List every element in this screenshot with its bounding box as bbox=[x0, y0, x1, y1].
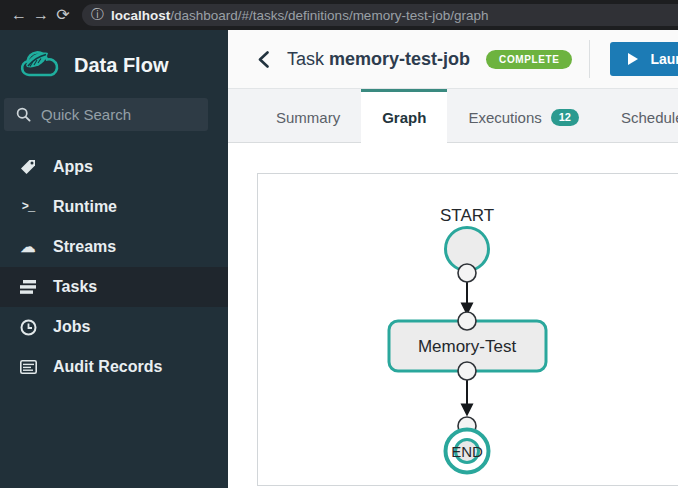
start-node-label: START bbox=[440, 206, 494, 225]
tab-graph[interactable]: Graph bbox=[361, 89, 447, 143]
url-host: localhost bbox=[111, 8, 170, 23]
tab-executions[interactable]: Executions 12 bbox=[447, 89, 600, 142]
task-graph: START Memory-Test bbox=[258, 174, 678, 487]
port-task-in bbox=[458, 312, 476, 330]
address-bar[interactable]: ⓘ localhost/dashboard/#/tasks/definition… bbox=[82, 4, 678, 26]
terminal-icon: >_ bbox=[18, 197, 38, 217]
brand-name: Data Flow bbox=[74, 54, 168, 77]
chevron-left-icon bbox=[258, 51, 269, 68]
launch-button[interactable]: Launch bbox=[610, 42, 678, 76]
clock-icon bbox=[18, 317, 38, 337]
sidebar-item-label: Jobs bbox=[53, 318, 90, 336]
sidebar-item-label: Streams bbox=[53, 238, 116, 256]
header-divider bbox=[589, 40, 590, 78]
tab-label: Summary bbox=[276, 109, 340, 126]
cloud-icon: ☁ bbox=[18, 237, 38, 257]
records-icon bbox=[18, 357, 38, 377]
page-header: Task memory-test-job COMPLETE Launch bbox=[228, 30, 678, 89]
task-name: memory-test-job bbox=[329, 49, 470, 69]
sidebar-item-jobs[interactable]: Jobs bbox=[0, 307, 228, 347]
browser-chrome: ← → ⟳ ⓘ localhost/dashboard/#/tasks/defi… bbox=[0, 0, 678, 30]
quick-search[interactable] bbox=[4, 98, 208, 131]
sidebar-item-label: Runtime bbox=[53, 198, 117, 216]
search-icon bbox=[16, 107, 31, 122]
url-path: /dashboard/#/tasks/definitions/memory-te… bbox=[170, 8, 488, 23]
sidebar-item-apps[interactable]: Apps bbox=[0, 147, 228, 187]
sidebar-item-label: Apps bbox=[53, 158, 93, 176]
arrowhead-icon bbox=[461, 404, 474, 417]
dataflow-logo-icon bbox=[18, 49, 60, 81]
browser-back-icon[interactable]: ← bbox=[8, 0, 30, 30]
sidebar-item-audit-records[interactable]: Audit Records bbox=[0, 347, 228, 387]
title-prefix: Task bbox=[287, 49, 324, 69]
back-button[interactable] bbox=[258, 51, 269, 67]
tab-bar: Summary Graph Executions 12 Schedules bbox=[228, 89, 678, 143]
search-input[interactable] bbox=[41, 106, 191, 123]
executions-count-badge: 12 bbox=[551, 109, 579, 126]
port-task-out bbox=[458, 362, 476, 380]
tab-summary[interactable]: Summary bbox=[255, 89, 361, 142]
sidebar-item-label: Audit Records bbox=[53, 358, 162, 376]
task-node-label: Memory-Test bbox=[418, 337, 517, 356]
tab-label: Executions bbox=[468, 109, 541, 126]
graph-canvas[interactable]: START Memory-Test bbox=[257, 173, 678, 486]
sidebar-nav: Apps >_ Runtime ☁ Streams Tasks bbox=[0, 147, 228, 387]
play-icon bbox=[628, 53, 638, 65]
end-node-label: END bbox=[451, 443, 483, 460]
tab-label: Schedules bbox=[621, 109, 678, 126]
sidebar-item-runtime[interactable]: >_ Runtime bbox=[0, 187, 228, 227]
sidebar-item-tasks[interactable]: Tasks bbox=[0, 267, 228, 307]
sidebar-item-label: Tasks bbox=[53, 278, 97, 296]
browser-reload-icon[interactable]: ⟳ bbox=[52, 0, 74, 30]
status-badge: COMPLETE bbox=[486, 50, 572, 69]
launch-label: Launch bbox=[650, 51, 678, 67]
content-area: START Memory-Test bbox=[228, 143, 678, 488]
tag-icon bbox=[18, 157, 38, 177]
brand: Data Flow bbox=[0, 30, 228, 86]
tab-label: Graph bbox=[382, 109, 426, 126]
main-panel: Task memory-test-job COMPLETE Launch Sum… bbox=[228, 30, 678, 488]
port-start-out bbox=[458, 264, 476, 282]
browser-forward-icon[interactable]: → bbox=[30, 0, 52, 30]
site-info-icon[interactable]: ⓘ bbox=[91, 6, 104, 24]
sidebar-item-streams[interactable]: ☁ Streams bbox=[0, 227, 228, 267]
page-title: Task memory-test-job bbox=[287, 49, 470, 70]
tab-schedules[interactable]: Schedules bbox=[600, 89, 678, 142]
sidebar: Data Flow Apps >_ Runtime bbox=[0, 30, 228, 488]
url-text: localhost/dashboard/#/tasks/definitions/… bbox=[111, 8, 488, 23]
tasks-icon bbox=[18, 277, 38, 297]
